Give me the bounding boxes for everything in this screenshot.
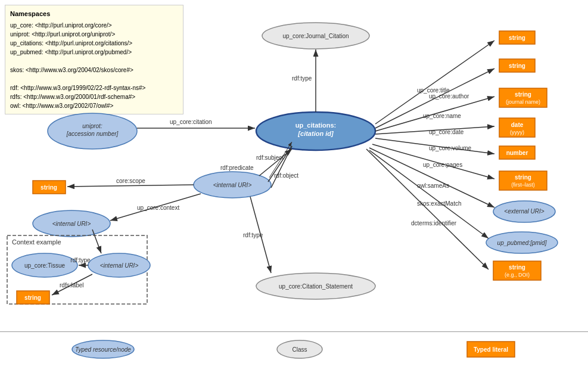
svg-text:rdf:subject: rdf:subject xyxy=(256,154,284,161)
svg-text:<internal URI>: <internal URI> xyxy=(100,262,139,269)
diagram-svg: up_citations: [citation id] up_core:Jour… xyxy=(0,0,588,331)
svg-text:up_core:pages: up_core:pages xyxy=(423,162,462,168)
svg-text:number: number xyxy=(506,150,528,156)
svg-text:rdfs:label: rdfs:label xyxy=(60,282,84,289)
svg-text:uniprot:: uniprot: xyxy=(82,123,102,129)
svg-text:dcterms:identifier: dcterms:identifier xyxy=(411,220,457,227)
svg-text:string: string xyxy=(509,63,525,69)
svg-text:<internal URI>: <internal URI> xyxy=(213,182,252,188)
svg-text:rdf:type: rdf:type xyxy=(243,232,263,238)
legend-bar: Typed resource/node Class Typed literal xyxy=(0,331,588,366)
svg-text:up_core:Journal_Citation: up_core:Journal_Citation xyxy=(282,33,349,39)
svg-text:(yyyy): (yyyy) xyxy=(510,129,524,135)
svg-text:[citation id]: [citation id] xyxy=(297,130,334,137)
svg-text:<internal URI>: <internal URI> xyxy=(52,221,91,227)
svg-text:string: string xyxy=(24,294,41,301)
svg-text:up_core:Citation_Statement: up_core:Citation_Statement xyxy=(279,283,353,290)
legend-ellipse-svg: Typed resource/node xyxy=(70,339,136,360)
svg-text:Context example: Context example xyxy=(12,238,61,246)
svg-text:string: string xyxy=(41,184,57,191)
svg-text:string: string xyxy=(515,91,531,98)
svg-text:<external URI>: <external URI> xyxy=(504,208,544,215)
svg-text:core:scope: core:scope xyxy=(116,178,145,184)
legend-typed-literal-label: Typed literal xyxy=(474,346,508,353)
svg-text:(journal name): (journal name) xyxy=(506,99,540,105)
svg-text:rdf:object: rdf:object xyxy=(274,172,298,179)
svg-text:string: string xyxy=(515,174,531,181)
svg-text:[accession number]: [accession number] xyxy=(66,131,119,137)
legend-typed-resource: Typed resource/node xyxy=(70,339,136,360)
svg-text:up_core:Tissue: up_core:Tissue xyxy=(24,262,65,269)
svg-text:date: date xyxy=(511,122,524,128)
legend-class-label: Class xyxy=(293,346,307,353)
svg-text:up_core:citation: up_core:citation xyxy=(170,119,212,125)
svg-text:up_core:author: up_core:author xyxy=(429,93,469,100)
legend-typed-resource-label: Typed resource/node xyxy=(75,346,131,353)
svg-line-60 xyxy=(271,146,292,188)
svg-text:up_core:context: up_core:context xyxy=(137,204,179,211)
svg-text:up_core:name: up_core:name xyxy=(423,113,461,119)
svg-text:string: string xyxy=(509,35,525,41)
svg-text:rdf:predicate: rdf:predicate xyxy=(220,165,254,171)
svg-text:rdf:type: rdf:type xyxy=(292,75,312,82)
svg-line-9 xyxy=(375,41,494,124)
svg-text:(first–last): (first–last) xyxy=(511,182,535,188)
legend-class-svg: Class xyxy=(276,339,323,360)
svg-text:string: string xyxy=(509,264,525,271)
svg-text:rdf:type: rdf:type xyxy=(70,257,91,263)
legend-class: Class xyxy=(276,339,323,360)
svg-text:up_core:date: up_core:date xyxy=(429,129,464,135)
legend-literal-svg: Typed literal xyxy=(464,339,518,360)
svg-text:(e.g., DOI): (e.g., DOI) xyxy=(505,272,530,278)
svg-line-36 xyxy=(369,148,494,207)
svg-text:owl:sameAs: owl:sameAs xyxy=(417,182,449,189)
svg-text:up_core:volume: up_core:volume xyxy=(429,145,472,151)
legend-typed-literal: Typed literal xyxy=(464,339,518,360)
main-container: Namespaces up_core: <http://purl.uniprot… xyxy=(0,0,588,366)
svg-line-65 xyxy=(67,185,194,187)
svg-text:up_pubmed:[pmid]: up_pubmed:[pmid] xyxy=(497,240,547,246)
svg-text:up_citations:: up_citations: xyxy=(295,122,336,129)
